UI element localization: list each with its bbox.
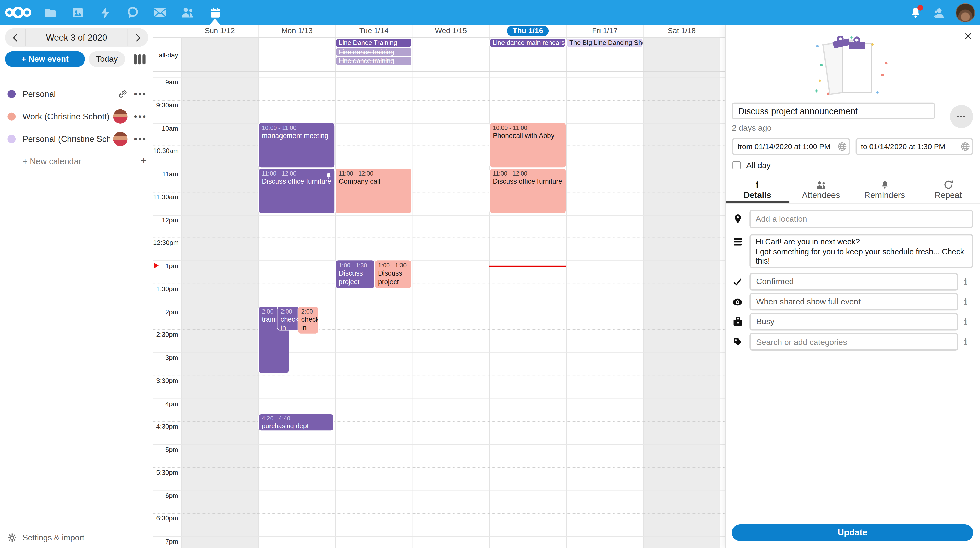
allday-cell-sat[interactable] — [643, 38, 720, 71]
tag-icon — [725, 337, 749, 346]
talk-icon[interactable] — [119, 0, 146, 25]
photos-icon[interactable] — [64, 0, 91, 25]
current-time-arrow-icon — [154, 262, 159, 268]
day-header-tue[interactable]: Tue 1/14 — [335, 25, 412, 37]
event-editor-panel: × ••• 2 days ago — [725, 25, 980, 548]
info-icon[interactable]: i — [958, 317, 973, 327]
allday-event[interactable]: Line dance main rehearsal — [490, 39, 565, 47]
event-title: Discuss office furniture — [262, 178, 332, 186]
freebusy-select[interactable]: Busy — [749, 313, 958, 330]
tab-details[interactable]: i Details — [725, 178, 789, 203]
timezone-globe-icon[interactable] — [961, 142, 970, 154]
event-card[interactable]: 10:00 - 11:00 Phonecall with Abby — [490, 123, 565, 167]
close-icon[interactable]: × — [964, 30, 972, 43]
day-column-wed[interactable] — [412, 72, 489, 548]
status-select[interactable]: Confirmed — [749, 273, 958, 291]
event-card-selected[interactable]: 1:00 - 1:30 Discuss project announcement — [336, 260, 374, 288]
tab-reminders[interactable]: Reminders — [853, 178, 916, 203]
calendar-menu-icon[interactable]: ●●● — [134, 113, 147, 119]
time-label: 1:30pm — [153, 285, 178, 292]
nextcloud-logo[interactable] — [0, 6, 36, 19]
notifications-bell-icon[interactable] — [908, 5, 923, 20]
update-button[interactable]: Update — [732, 524, 973, 541]
event-more-menu-icon[interactable]: ••• — [950, 105, 973, 128]
visibility-select[interactable]: When shared show full event — [749, 293, 958, 311]
description-textarea[interactable]: Hi Carl! are you in next week? I got som… — [749, 234, 973, 268]
new-calendar-button[interactable]: + New calendar + — [0, 150, 153, 172]
categories-input[interactable] — [749, 333, 958, 351]
day-column-sat[interactable] — [643, 72, 720, 548]
time-label: 2pm — [153, 308, 178, 315]
location-pin-icon — [725, 210, 749, 224]
calendar-icon[interactable] — [201, 0, 229, 25]
event-title-input[interactable] — [732, 103, 935, 119]
day-header-mon[interactable]: Mon 1/13 — [258, 25, 335, 37]
tab-repeat[interactable]: Repeat — [916, 178, 980, 203]
day-header-fri[interactable]: Fri 1/17 — [566, 25, 643, 37]
event-card[interactable]: 4:20 - 4:40 purchasing dept — [259, 414, 333, 430]
mail-icon[interactable] — [146, 0, 174, 25]
user-avatar[interactable] — [956, 3, 975, 22]
calendar-menu-icon[interactable]: ●●● — [134, 91, 147, 97]
allday-event[interactable]: Line Dance Training — [336, 39, 411, 47]
week-navigation: Week 3 of 2020 — [5, 28, 148, 47]
settings-import-button[interactable]: Settings & import — [7, 533, 84, 542]
day-header-sun[interactable]: Sun 1/12 — [181, 25, 258, 37]
info-icon: i — [756, 180, 759, 189]
day-column-fri[interactable] — [566, 72, 643, 548]
event-end-input[interactable] — [855, 138, 973, 155]
event-card[interactable]: 11:00 - 12:00 Discuss office furniture — [490, 168, 565, 213]
link-icon[interactable] — [118, 89, 127, 98]
timezone-globe-icon[interactable] — [837, 142, 846, 154]
next-week-button[interactable] — [128, 28, 148, 47]
allday-cell-sun[interactable] — [181, 38, 258, 71]
info-icon[interactable]: i — [958, 297, 973, 307]
event-card[interactable]: 11:00 - 12:00 Company call — [336, 168, 411, 213]
day-column-tue[interactable] — [335, 72, 412, 548]
calendar-menu-icon[interactable]: ●●● — [134, 135, 147, 141]
tab-attendees[interactable]: Attendees — [789, 178, 853, 203]
event-time: 11:00 - 12:00 — [339, 170, 409, 177]
info-icon[interactable]: i — [958, 337, 973, 347]
event-title: check-in — [281, 315, 298, 330]
calendar-item-personal-christine[interactable]: Personal (Christine Scho… ●●● — [0, 127, 153, 150]
day-header-thu-today[interactable]: Thu 1/16 — [489, 25, 566, 37]
time-label: 9am — [153, 78, 178, 86]
today-button[interactable]: Today — [89, 51, 125, 67]
calendar-item-work-christine[interactable]: Work (Christine Schott) ●●● — [0, 105, 153, 127]
files-icon[interactable] — [36, 0, 64, 25]
allday-cell-mon[interactable] — [258, 38, 335, 71]
info-icon[interactable]: i — [958, 277, 973, 287]
event-card[interactable]: 1:00 - 1:30 Discuss project — [375, 260, 411, 288]
allday-event-declined[interactable]: Line dance training — [336, 57, 411, 65]
all-day-checkbox-row[interactable]: All day — [732, 160, 980, 170]
event-title: Company call — [339, 178, 409, 186]
time-label: 9:30am — [153, 101, 178, 108]
day-column-sun[interactable] — [181, 72, 258, 548]
day-header-sat[interactable]: Sat 1/18 — [643, 25, 720, 37]
previous-week-button[interactable] — [5, 28, 25, 47]
week-label[interactable]: Week 3 of 2020 — [25, 29, 128, 46]
calendar-item-personal[interactable]: Personal ●●● — [0, 83, 153, 105]
event-start-input[interactable] — [732, 138, 850, 155]
day-header-wed[interactable]: Wed 1/15 — [412, 25, 489, 37]
event-card[interactable]: 2:00 - 2:30 check-in — [298, 307, 318, 333]
contacts-menu-icon[interactable] — [932, 5, 947, 20]
allday-event-declined[interactable]: Line dance training — [336, 48, 411, 56]
event-card[interactable]: 2:00 - 2:30 check-in — [277, 307, 300, 330]
time-label: 4pm — [153, 400, 178, 407]
allday-cell-wed[interactable] — [412, 38, 489, 71]
allday-event[interactable]: The Big Line Dancing Show — [567, 39, 642, 47]
all-day-checkbox[interactable] — [732, 161, 741, 169]
event-card[interactable]: 10:00 - 11:00 management meeting — [259, 123, 334, 167]
location-input[interactable] — [749, 210, 973, 228]
attendees-icon — [816, 180, 826, 189]
activity-icon[interactable] — [91, 0, 119, 25]
event-card[interactable]: 11:00 - 12:00 Discuss office furniture — [259, 168, 334, 213]
event-time: 4:20 - 4:40 — [262, 415, 331, 421]
new-event-button[interactable]: + New event — [5, 51, 85, 67]
contacts-icon[interactable] — [174, 0, 201, 25]
week-view-switcher-icon[interactable] — [134, 54, 145, 64]
repeat-icon — [943, 180, 953, 189]
notification-badge — [918, 5, 923, 11]
